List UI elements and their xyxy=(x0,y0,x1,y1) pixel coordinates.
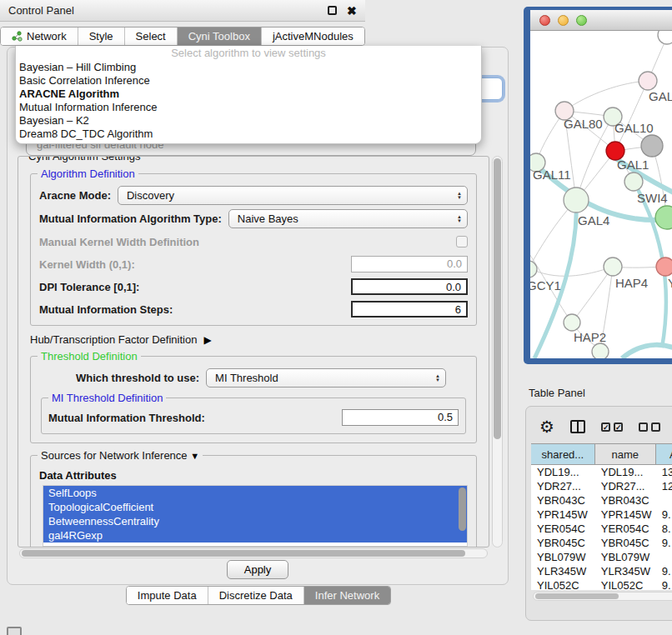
table-cell: 9. xyxy=(656,508,672,522)
data-attribute-item[interactable]: gal4RGexp xyxy=(43,528,467,542)
network-node[interactable] xyxy=(655,206,672,229)
table-cell: YPR145W xyxy=(595,508,656,522)
table-row[interactable]: YLR345WYLR345W9. xyxy=(531,564,672,578)
mi-steps-field[interactable]: 6 xyxy=(351,301,468,318)
column-header-name[interactable]: name xyxy=(595,444,656,464)
table-row[interactable]: YPR145WYPR145W9. xyxy=(531,508,672,522)
mi-steps-label: Mutual Information Steps: xyxy=(39,303,173,316)
settings-horizontal-scrollbar[interactable] xyxy=(19,548,488,558)
table-row[interactable]: YER054CYER054C8. xyxy=(531,522,672,536)
algorithm-option[interactable]: Dream8 DC_TDC Algorithm xyxy=(16,128,481,141)
manual-kernel-label: Manual Kernel Width Definition xyxy=(39,236,199,248)
which-threshold-combobox[interactable]: MI Threshold ▲▼ xyxy=(206,368,446,388)
data-attributes-list: SelfLoopsTopologicalCoefficientBetweenne… xyxy=(43,485,468,547)
group-title: MI Threshold Definition xyxy=(48,392,166,404)
table-horizontal-scrollbar[interactable] xyxy=(533,592,672,601)
data-attribute-item[interactable]: TopologicalCoefficient xyxy=(43,500,467,514)
settings-vertical-scrollbar[interactable] xyxy=(492,156,503,548)
network-node[interactable] xyxy=(658,31,672,44)
tab-cyni-toolbox[interactable]: Cyni Toolbox xyxy=(178,28,262,45)
column-header-clipped[interactable]: A xyxy=(656,444,672,464)
cyni-algorithm-settings-group: Cyni Algorithm Settings Algorithm Defini… xyxy=(18,156,489,548)
table-row[interactable]: YDR27...YDR27...12 xyxy=(531,479,672,493)
data-attribute-item[interactable]: SelfLoops xyxy=(43,486,467,500)
table-row[interactable]: YIL052CYIL052C9. xyxy=(531,578,672,590)
table-toolbar: ⚙ ✓✓ xyxy=(531,412,672,442)
algorithm-option[interactable]: Basic Correlation Inference xyxy=(16,74,481,88)
data-attribute-item[interactable]: BetweennessCentrality xyxy=(43,514,467,528)
manual-kernel-checkbox[interactable] xyxy=(456,236,468,248)
tab-label: Impute Data xyxy=(138,587,197,604)
tab-network[interactable]: Network xyxy=(1,28,78,45)
kernel-width-field[interactable]: 0.0 xyxy=(351,256,468,272)
network-node-gal4[interactable] xyxy=(564,188,589,212)
aracne-mode-combobox[interactable]: Discovery ▲▼ xyxy=(118,186,468,205)
network-node-gal[interactable] xyxy=(639,72,657,90)
table-row[interactable]: YBR043CYBR043C xyxy=(531,493,672,508)
network-node[interactable] xyxy=(641,135,663,157)
table-cell: YBL079W xyxy=(595,550,656,564)
sources-toggle[interactable]: Sources for Network Inference ▼ xyxy=(38,449,203,462)
zoom-window-icon[interactable] xyxy=(576,15,587,26)
dpi-tolerance-field[interactable]: 0.0 xyxy=(351,278,468,295)
node-label: GAL80 xyxy=(564,117,603,131)
tab-jactivemnodules[interactable]: jActiveMNodules xyxy=(262,28,364,45)
algorithm-dropdown-popup: Select algorithm to view settings Bayesi… xyxy=(15,46,482,144)
algorithm-option[interactable]: ARACNE Algorithm xyxy=(16,88,481,101)
node-label: HAP2 xyxy=(574,330,606,344)
network-node-swi4[interactable] xyxy=(624,172,643,191)
minimized-panel-icon[interactable] xyxy=(7,627,22,635)
network-node-hap4[interactable] xyxy=(604,258,622,276)
algorithm-option[interactable]: Bayesian – K2 xyxy=(16,114,481,128)
gear-icon[interactable]: ⚙ xyxy=(539,418,554,435)
panel-title: Control Panel xyxy=(8,4,74,17)
table-row[interactable]: YBL079WYBL079W xyxy=(531,550,672,564)
close-window-icon[interactable] xyxy=(539,15,550,26)
mi-threshold-label: Mutual Information Threshold: xyxy=(48,412,205,424)
algorithm-option[interactable]: Bayesian – Hill Climbing xyxy=(16,61,481,74)
tab-style[interactable]: Style xyxy=(78,28,125,45)
tab-discretize-data[interactable]: Discretize Data xyxy=(208,587,304,604)
table-cell: YER054C xyxy=(595,522,656,536)
hub-definition-toggle[interactable]: Hub/Transcription Factor Definition ▶ xyxy=(30,333,482,346)
network-node-gcy1[interactable] xyxy=(530,261,537,278)
apply-button[interactable]: Apply xyxy=(227,560,288,579)
mi-type-combobox[interactable]: Naive Bayes ▲▼ xyxy=(228,209,468,228)
select-all-icon[interactable]: ✓✓ xyxy=(601,422,623,432)
tab-select[interactable]: Select xyxy=(125,28,178,45)
table-panel: ⚙ ✓✓ shared... name A YDL19...YDL19...13… xyxy=(525,406,672,621)
deselect-all-icon[interactable] xyxy=(639,422,660,432)
node-label: GAL xyxy=(649,89,672,103)
tab-infer-network[interactable]: Infer Network xyxy=(304,587,390,604)
columns-icon[interactable] xyxy=(570,420,585,433)
table-cell: 8. xyxy=(656,522,672,536)
node-label: SWI4 xyxy=(637,191,668,205)
table-cell: YIL052C xyxy=(595,578,656,590)
node-table: shared... name A YDL19...YDL19...13YDR27… xyxy=(531,443,672,590)
data-attributes-label: Data Attributes xyxy=(39,469,468,482)
kernel-width-label: Kernel Width (0,1): xyxy=(39,258,135,271)
table-cell: YBR045C xyxy=(595,536,656,550)
tab-impute-data[interactable]: Impute Data xyxy=(127,587,208,604)
column-header-shared-name[interactable]: shared... xyxy=(531,444,595,464)
network-canvas[interactable]: GALGAL80GAL10GAL1GAL11GAL4SWI4GCY1HAP4YH… xyxy=(530,31,672,358)
minimize-window-icon[interactable] xyxy=(558,15,569,26)
mi-threshold-field[interactable]: 0.5 xyxy=(342,409,459,426)
list-scrollbar[interactable] xyxy=(459,488,466,531)
combobox-value: MI Threshold xyxy=(215,372,435,384)
tab-label: Cyni Toolbox xyxy=(188,28,250,45)
network-node-y[interactable] xyxy=(656,258,672,276)
algorithm-option[interactable]: Mutual Information Inference xyxy=(16,101,481,114)
close-icon[interactable]: ✖ xyxy=(347,5,357,17)
table-cell xyxy=(656,550,672,564)
float-window-icon[interactable] xyxy=(328,6,337,15)
table-cell: YDR27... xyxy=(595,479,656,493)
node-label: Y xyxy=(668,276,672,290)
combobox-value: Discovery xyxy=(127,189,457,202)
table-row[interactable]: YDL19...YDL19...13 xyxy=(531,465,672,479)
table-cell xyxy=(656,493,672,508)
network-node-hap2[interactable] xyxy=(564,314,580,331)
mi-threshold-group: MI Threshold Definition Mutual Informati… xyxy=(41,398,466,434)
table-row[interactable]: YBR045CYBR045C9. xyxy=(531,536,672,550)
network-node[interactable] xyxy=(592,343,609,358)
